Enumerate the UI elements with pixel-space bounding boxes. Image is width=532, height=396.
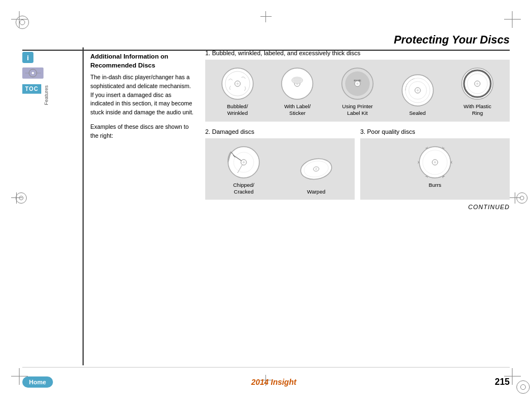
features-label: Features — [43, 85, 49, 105]
section3-box: Burrs — [360, 138, 510, 200]
continued-text: CONTINUED — [468, 204, 510, 210]
page-title: Protecting Your Discs — [394, 33, 510, 46]
section-note: Examples of these discs are shown to the… — [90, 123, 194, 141]
disc-item-label: With Label/Sticker — [275, 66, 320, 117]
disc-ring-svg — [460, 66, 495, 101]
disc-bubbled-svg — [220, 66, 255, 101]
disc-warped-svg — [299, 152, 333, 186]
disc-label-warped: Warped — [307, 189, 326, 195]
page-number: 215 — [495, 377, 510, 387]
disc-item-ring: With PlasticRing — [455, 66, 500, 117]
disc-sealed-svg — [400, 73, 435, 108]
section-body: The in-dash disc player/changer has a so… — [90, 73, 194, 117]
text-content: Additional Information on Recommended Di… — [84, 47, 201, 365]
disc-label-burrs: Burrs — [429, 182, 442, 189]
disc-burrs-svg — [418, 145, 452, 180]
disc-label-printer: Using PrinterLabel Kit — [342, 103, 373, 117]
continued-container: CONTINUED — [205, 203, 510, 211]
svg-point-8 — [236, 83, 239, 85]
footer-title: 2014 Insight — [251, 378, 296, 387]
disc-printer-svg: music CD — [340, 66, 375, 101]
section1-box: Bubbled/Wrinkled — [205, 60, 510, 122]
section3-disc-row: Burrs — [365, 145, 505, 189]
svg-point-21 — [356, 83, 359, 85]
lower-sections: 2. Damaged discs — [205, 128, 510, 200]
toc-badge[interactable]: TOC — [22, 84, 41, 94]
disc-label-sticker: With Label/Sticker — [284, 103, 311, 117]
disc-section-3: 3. Poor quality discs — [360, 128, 510, 200]
disc-item-burrs: Burrs — [413, 145, 457, 189]
cd-icon — [22, 67, 43, 79]
info-icon: i — [22, 52, 33, 63]
svg-point-31 — [476, 83, 478, 85]
content-area: i TOC Features Additional Information on… — [22, 47, 510, 365]
svg-point-2 — [32, 72, 34, 74]
svg-point-26 — [417, 89, 419, 91]
disc-label-sealed: Sealed — [409, 110, 426, 117]
crosshair-top — [260, 11, 272, 22]
home-button[interactable]: Home — [22, 376, 53, 388]
disc-item-warped: Warped — [294, 152, 338, 195]
section2-label: 2. Damaged discs — [205, 128, 355, 135]
disc-label-svg — [280, 66, 315, 101]
disc-chipped-svg — [226, 145, 261, 180]
footer: Home 2014 Insight 215 — [22, 367, 510, 396]
section2-disc-row: Chipped/Cracked Warped — [210, 145, 350, 196]
section1-disc-row: Bubbled/Wrinkled — [210, 66, 505, 117]
disc-item-bubbled: Bubbled/Wrinkled — [215, 66, 260, 117]
svg-point-35 — [243, 161, 245, 163]
disc-item-chipped: Chipped/Cracked — [221, 145, 266, 196]
svg-point-43 — [434, 161, 436, 163]
disc-item-printer: music CD Using PrinterLabel Kit — [335, 66, 380, 117]
section1-label: 1. Bubbled, wrinkled, labeled, and exces… — [205, 50, 510, 56]
sidebar: i TOC Features — [22, 47, 84, 365]
disc-label-ring: With PlasticRing — [463, 103, 491, 117]
right-panel: 1. Bubbled, wrinkled, labeled, and exces… — [201, 47, 510, 365]
disc-label-bubbled: Bubbled/Wrinkled — [227, 103, 248, 117]
section3-label: 3. Poor quality discs — [360, 128, 510, 135]
section2-box: Chipped/Cracked Warped — [205, 138, 355, 200]
disc-label-chipped: Chipped/Cracked — [233, 182, 254, 196]
section-title: Additional Information on Recommended Di… — [90, 52, 194, 70]
disc-section-1: 1. Bubbled, wrinkled, labeled, and exces… — [205, 50, 510, 122]
disc-item-sealed: Sealed — [395, 73, 440, 117]
corner-mark-tr — [504, 11, 521, 28]
disc-section-2: 2. Damaged discs — [205, 128, 355, 200]
